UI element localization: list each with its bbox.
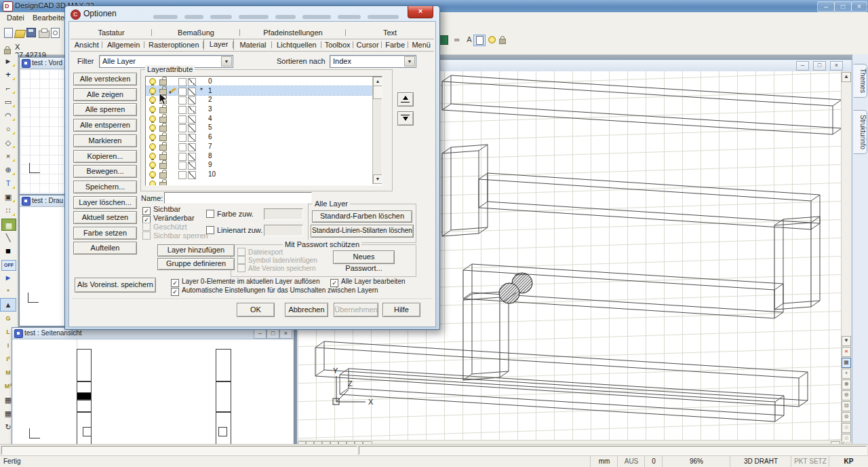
symbol-laden-checkbox[interactable]: Symbol laden/einfügen bbox=[237, 256, 317, 264]
color-checkbox[interactable] bbox=[178, 115, 186, 124]
layer-row[interactable]: 5 bbox=[146, 123, 382, 132]
tab-lichtquellen[interactable]: Lichtquellen bbox=[272, 39, 321, 51]
geschuetzt-checkbox[interactable]: Geschützt bbox=[142, 223, 187, 231]
tab-allgemein[interactable]: Allgemein bbox=[102, 39, 144, 51]
bulb-icon[interactable] bbox=[149, 96, 156, 103]
layer-row[interactable]: 10 bbox=[146, 170, 382, 179]
als-voreinst-speichern-button[interactable]: Als Voreinst. speichern bbox=[75, 278, 156, 293]
cube-icon[interactable]: ▣ bbox=[0, 190, 16, 204]
linestyle-checkbox[interactable] bbox=[188, 88, 196, 96]
linestyle-checkbox[interactable] bbox=[188, 115, 196, 124]
grid-toggle-icon[interactable]: ▦ bbox=[842, 358, 851, 368]
lock-icon[interactable] bbox=[497, 35, 508, 45]
array-icon[interactable]: ∷ bbox=[0, 204, 16, 217]
green-cube-icon[interactable] bbox=[439, 35, 448, 45]
linestyle-checkbox[interactable] bbox=[188, 171, 196, 179]
unlock-icon[interactable] bbox=[159, 79, 167, 86]
options-dialog[interactable]: C Optionen × Tastatur Bemaßung Pfadeinst… bbox=[64, 5, 440, 330]
aktuell-setzen-button[interactable]: Aktuell setzen bbox=[73, 211, 137, 224]
point-g-icon[interactable]: G bbox=[0, 312, 16, 325]
zoom-window-icon[interactable]: ⊡ bbox=[842, 401, 851, 411]
wand-icon[interactable]: * bbox=[0, 284, 16, 298]
unlock-icon[interactable] bbox=[159, 135, 167, 141]
color-checkbox[interactable] bbox=[178, 162, 186, 170]
layer-list[interactable]: 0 * 1 2 3 bbox=[145, 76, 382, 186]
layer-row-selected[interactable]: * 1 bbox=[146, 86, 382, 96]
bulb-icon[interactable] bbox=[149, 134, 156, 141]
tab-ansicht[interactable]: Ansicht bbox=[71, 39, 102, 51]
prompt-field[interactable] bbox=[359, 446, 867, 455]
dateiexport-checkbox[interactable]: Dateiexport bbox=[237, 248, 283, 256]
maximize-icon[interactable]: □ bbox=[267, 329, 279, 339]
tab-cursor[interactable]: Cursor bbox=[353, 39, 382, 51]
ok-button[interactable]: OK bbox=[237, 303, 275, 317]
color-checkbox[interactable] bbox=[178, 96, 186, 105]
save-icon[interactable] bbox=[26, 28, 36, 37]
automatische-einstellungen-checkbox[interactable]: ✓Automatische Einstellungen für das Umsc… bbox=[171, 286, 378, 296]
menu-bearbeiten[interactable]: Bearbeiten bbox=[33, 14, 68, 22]
line-icon[interactable]: ╲ bbox=[0, 231, 16, 244]
color-checkbox[interactable] bbox=[178, 106, 186, 114]
off-toggle[interactable]: OFF bbox=[1, 260, 16, 271]
layer-row[interactable]: 8 bbox=[146, 151, 382, 161]
bulb-icon[interactable] bbox=[149, 162, 156, 168]
layer-row[interactable]: 3 bbox=[146, 105, 382, 114]
print-icon[interactable] bbox=[39, 31, 50, 38]
hilfe-button[interactable]: Hilfe bbox=[382, 303, 420, 317]
tab-themes[interactable]: Themes bbox=[854, 64, 867, 98]
arc-icon[interactable]: ◠ bbox=[0, 109, 16, 122]
bulb-icon[interactable] bbox=[149, 171, 156, 178]
tab-menue[interactable]: Menü bbox=[408, 39, 434, 51]
alle-verstecken-button[interactable]: Alle verstecken bbox=[73, 73, 137, 86]
vertical-scrollbar[interactable]: ▲ ▼ × ▦ + ⊕ ⊖ ⊡ ⊙ ⊘ ⊘ bbox=[841, 71, 851, 451]
name-input[interactable] bbox=[164, 192, 312, 204]
glasses-icon[interactable]: ∞ bbox=[452, 35, 462, 45]
alle-zeigen-button[interactable]: Alle zeigen bbox=[73, 88, 137, 101]
linestyle-checkbox[interactable] bbox=[188, 162, 196, 170]
trim-icon[interactable]: × bbox=[0, 149, 16, 163]
linestyle-checkbox[interactable] bbox=[188, 153, 196, 161]
tab-layer[interactable]: Layer bbox=[203, 39, 235, 50]
unlock-icon[interactable] bbox=[159, 182, 167, 186]
minimize-icon[interactable]: – bbox=[796, 61, 809, 71]
layer-row[interactable]: 7 bbox=[146, 142, 382, 151]
layer-row[interactable]: 9 bbox=[146, 160, 382, 170]
tab-toolbox[interactable]: Toolbox bbox=[321, 39, 353, 51]
tab-tastatur[interactable]: Tastatur bbox=[71, 27, 152, 38]
unlock-icon[interactable] bbox=[159, 172, 167, 179]
bulb-icon[interactable] bbox=[149, 181, 156, 186]
close-red-icon[interactable]: × bbox=[842, 347, 851, 357]
farbe-setzen-button[interactable]: Farbe setzen bbox=[73, 227, 137, 240]
layer0-elemente-checkbox[interactable]: ✓Layer 0-Elemente im aktuellen Layer auf… bbox=[171, 278, 319, 287]
unlock-icon[interactable] bbox=[159, 163, 167, 169]
tab-pfadeinstellungen[interactable]: Pfadeinstellungen bbox=[240, 27, 346, 38]
color-checkbox[interactable] bbox=[178, 124, 186, 132]
bulb-icon[interactable] bbox=[149, 115, 156, 122]
alle-layer-bearbeiten-checkbox[interactable]: ✓Alle Layer bearbeiten bbox=[330, 278, 406, 287]
pan-icon[interactable]: + bbox=[842, 369, 851, 379]
tab-bemassung[interactable]: Bemaßung bbox=[152, 27, 240, 38]
circle-icon[interactable]: ○ bbox=[0, 122, 16, 136]
standard-farben-loeschen-button[interactable]: Standard-Farben löschen bbox=[312, 210, 412, 223]
command-field[interactable] bbox=[1, 446, 357, 455]
bewegen-button[interactable]: Bewegen... bbox=[73, 165, 137, 178]
neues-passwort-button[interactable]: Neues Passwort... bbox=[333, 250, 395, 264]
aufteilen-button[interactable]: Aufteilen bbox=[73, 242, 137, 255]
chevron-down-icon[interactable]: ▼ bbox=[404, 56, 415, 67]
linestyle-checkbox[interactable] bbox=[188, 96, 196, 105]
tab-farbe[interactable]: Farbe bbox=[382, 39, 409, 51]
layer-loeschen-button[interactable]: Layer löschen... bbox=[73, 196, 137, 209]
close-icon[interactable]: × bbox=[408, 6, 433, 18]
farbe-well[interactable] bbox=[264, 208, 303, 220]
menu-datei[interactable]: Datei bbox=[7, 14, 24, 22]
scroll-down-icon[interactable]: ▼ bbox=[842, 336, 851, 346]
close-icon[interactable]: × bbox=[851, 1, 867, 12]
tab-rasteroptionen[interactable]: Rasteroptionen bbox=[144, 39, 203, 51]
color-checkbox[interactable] bbox=[178, 134, 186, 142]
tab-strukturinfo[interactable]: Strukturinfo bbox=[854, 110, 867, 154]
unlock-icon[interactable] bbox=[159, 107, 167, 113]
sichtbar-sperren-checkbox[interactable]: Sichtbar sperren bbox=[142, 231, 208, 240]
hatch-icon[interactable]: ▦ bbox=[1, 219, 16, 231]
rectangle-icon[interactable]: ▭ bbox=[0, 95, 16, 109]
sort-dropdown[interactable]: Index▼ bbox=[330, 55, 416, 68]
